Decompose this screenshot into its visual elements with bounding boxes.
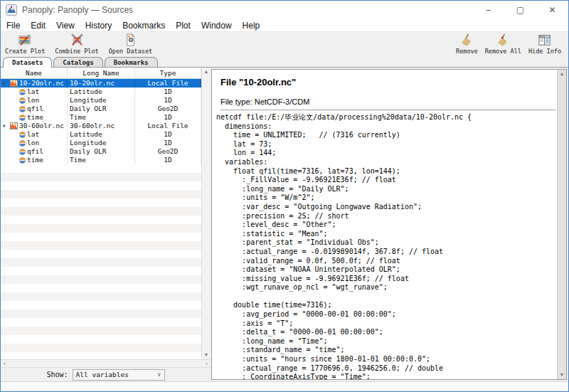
row-type: Local File <box>147 122 188 130</box>
row-name: 10-20olr.nc <box>19 79 64 88</box>
variable-icon <box>19 157 26 164</box>
status-strip <box>1 381 568 391</box>
row-type: 1D <box>164 113 171 122</box>
tabbar: Datasets Catalogs Bookmarks <box>1 55 568 67</box>
show-bar: Show: All variables ∨ <box>1 368 211 381</box>
row-long-name: Time <box>70 156 86 164</box>
row-long-name: Daily OLR <box>70 105 106 113</box>
variable-icon <box>19 89 26 95</box>
table-row-variable[interactable]: qfilDaily OLRGeo2D <box>1 105 201 113</box>
menu-edit[interactable]: Edit <box>31 21 46 31</box>
remove-all-label: Remove All <box>485 48 521 55</box>
table-row-variable[interactable]: lonLongitude1D <box>1 96 201 105</box>
scroll-left-icon[interactable]: ‹ <box>4 360 6 367</box>
close-button[interactable]: ✕ <box>536 1 568 19</box>
toolbar: Create Plot Combine Plot <box>1 31 568 55</box>
content-area: Name Long Name Type ▼10-20olr.nc10-20olr… <box>1 67 568 381</box>
variable-icon <box>19 106 26 112</box>
titlebar: Panoply: Panoply — Sources – ▢ ✕ <box>1 1 568 19</box>
row-name: lon <box>27 96 39 105</box>
maximize-button[interactable]: ▢ <box>504 1 536 19</box>
menu-file[interactable]: File <box>6 21 20 31</box>
open-dataset-button[interactable]: Open Dataset <box>109 33 152 55</box>
row-name: qfil <box>27 105 43 113</box>
combine-plot-icon <box>70 33 85 48</box>
remove-label: Remove <box>456 48 478 55</box>
menu-view[interactable]: View <box>56 21 75 31</box>
scroll-right-icon[interactable]: › <box>206 360 208 367</box>
combine-plot-button[interactable]: Combine Plot <box>55 33 98 55</box>
show-variables-select[interactable]: All variables ∨ <box>73 369 165 381</box>
remove-icon <box>459 33 474 48</box>
row-type: 1D <box>164 96 171 105</box>
expander-triangle-icon[interactable]: ▼ <box>3 79 10 88</box>
info-divider <box>220 110 555 110</box>
sources-table: Name Long Name Type ▼10-20olr.nc10-20olr… <box>1 68 201 359</box>
menu-history[interactable]: History <box>85 21 112 31</box>
column-header-name[interactable]: Name <box>1 68 68 79</box>
variable-icon <box>19 132 26 138</box>
remove-all-icon <box>496 33 511 48</box>
hide-info-label: Hide Info <box>528 48 561 55</box>
table-row-variable[interactable]: timeTime1D <box>1 113 201 122</box>
hide-info-button[interactable]: Hide Info <box>528 33 561 55</box>
scroll-up-icon[interactable]: ▲ <box>560 70 565 78</box>
menu-plot[interactable]: Plot <box>176 21 191 31</box>
dataset-file-icon <box>10 122 18 129</box>
row-long-name: Longitude <box>70 96 106 105</box>
info-file-type: File type: NetCDF-3/CDM <box>220 97 557 106</box>
info-file-title: File "10-20olr.nc" <box>220 77 557 88</box>
create-plot-button[interactable]: Create Plot <box>5 33 45 55</box>
tab-catalogs[interactable]: Catalogs <box>53 57 102 67</box>
table-vertical-scrollbar[interactable]: ▲ ▼ <box>201 68 211 359</box>
info-body: File "10-20olr.nc" File type: NetCDF-3/C… <box>212 70 557 379</box>
chevron-down-icon: ∨ <box>157 371 161 378</box>
row-name: time <box>27 113 43 122</box>
remove-button[interactable]: Remove <box>456 33 478 55</box>
table-row-variable[interactable]: qfilDaily OLRGeo2D <box>1 147 201 156</box>
info-vertical-scrollbar[interactable]: ▲ ▼ <box>557 70 566 379</box>
table-row-variable[interactable]: timeTime1D <box>1 156 201 164</box>
row-type: Geo2D <box>158 105 179 113</box>
table-row-variable[interactable]: lonLongitude1D <box>1 139 201 147</box>
variable-icon <box>19 140 26 147</box>
row-long-name: Latitude <box>70 88 102 96</box>
netcdf-cdl-dump: netcdf file:/E:/毕业论文/data/processing%20d… <box>216 113 557 379</box>
row-type: Geo2D <box>158 147 179 156</box>
info-panel: File "10-20olr.nc" File type: NetCDF-3/C… <box>211 69 567 380</box>
row-long-name: 30-60olr.nc <box>70 122 115 130</box>
menu-bookmarks[interactable]: Bookmarks <box>122 21 165 31</box>
row-name: qfil <box>27 147 43 156</box>
table-horizontal-scrollbar[interactable]: ‹ › <box>1 359 211 368</box>
minimize-button[interactable]: – <box>472 1 504 19</box>
variable-icon <box>19 97 26 104</box>
scroll-down-icon[interactable]: ▼ <box>560 371 565 379</box>
table-body: ▼10-20olr.nc10-20olr.ncLocal FilelatLati… <box>1 79 201 359</box>
tab-datasets[interactable]: Datasets <box>3 57 52 68</box>
panoply-app-icon <box>6 4 17 16</box>
panoply-window: Panoply: Panoply — Sources – ▢ ✕ File Ed… <box>0 0 569 392</box>
scroll-down-icon[interactable]: ▼ <box>204 351 209 359</box>
row-name: 30-60olr.nc <box>19 122 64 130</box>
row-name: lon <box>27 139 39 147</box>
row-type: 1D <box>164 130 171 139</box>
show-variables-value: All variables <box>76 371 157 378</box>
variable-icon <box>19 115 26 121</box>
dataset-file-icon <box>10 80 18 87</box>
tab-bookmarks[interactable]: Bookmarks <box>105 57 158 67</box>
datasets-panel: Name Long Name Type ▼10-20olr.nc10-20olr… <box>1 68 211 381</box>
menu-help[interactable]: Help <box>243 21 260 31</box>
table-row-dataset[interactable]: ▼30-60olr.nc30-60olr.ncLocal File <box>1 122 201 130</box>
table-row-variable[interactable]: latLatitude1D <box>1 130 201 139</box>
remove-all-button[interactable]: Remove All <box>485 33 521 55</box>
row-long-name: Daily OLR <box>70 147 106 156</box>
column-header-type[interactable]: Type <box>135 68 201 79</box>
expander-triangle-icon[interactable]: ▼ <box>3 122 10 130</box>
create-plot-icon <box>18 33 33 48</box>
scroll-up-icon[interactable]: ▲ <box>204 68 209 76</box>
table-row-variable[interactable]: latLatitude1D <box>1 88 201 96</box>
column-header-long-name[interactable]: Long Name <box>68 68 135 79</box>
table-row-dataset[interactable]: ▼10-20olr.nc10-20olr.ncLocal File <box>1 79 201 88</box>
menu-window[interactable]: Window <box>201 21 232 31</box>
row-type: 1D <box>164 156 171 164</box>
